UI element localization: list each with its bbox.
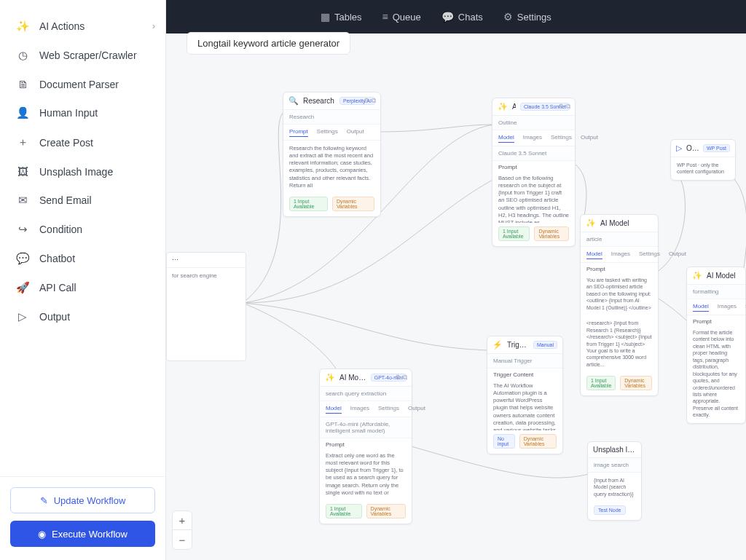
tab-model[interactable]: Model: [498, 134, 514, 143]
condition-icon: ↪: [16, 223, 29, 236]
connection-wires: [166, 33, 746, 560]
tab-tables[interactable]: ▦ Tables: [321, 11, 362, 23]
node-prompt-text[interactable]: You are tasked with writing an SEO-optim…: [581, 272, 658, 315]
node-tabs[interactable]: Model Images Settings Output: [320, 401, 412, 417]
sparkle-icon: ✨: [325, 373, 335, 382]
node-header[interactable]: Unsplash Image: [588, 442, 641, 458]
output-icon: ▷: [16, 310, 29, 323]
node-tabs[interactable]: Model Images Settings Output: [492, 130, 575, 146]
node-outline[interactable]: ✨ AI Model Claude 3.5 Sonnet ⚙ ⧉ Outline…: [492, 98, 576, 247]
sparkle-icon: ✨: [498, 102, 508, 111]
ai-actions-icon: ✨: [16, 20, 29, 33]
node-header[interactable]: ▷ Output WP Post: [671, 140, 735, 157]
sidebar-item-chatbot[interactable]: 💬 Chatbot: [0, 244, 165, 273]
tab-queue[interactable]: ≡ Queue: [382, 11, 421, 23]
settings-icon: ⚙: [503, 11, 513, 23]
node-prompt-text[interactable]: Based on the following research on the s…: [492, 170, 575, 223]
node-research[interactable]: 🔍 Research Perplexity AI ⚙ ⧉ Research Pr…: [283, 92, 381, 217]
tab-images[interactable]: Images: [718, 303, 737, 312]
tab-settings[interactable]: ⚙ Settings: [503, 11, 551, 23]
node-formatter[interactable]: ✨ AI Model formatting Model Images Setti…: [686, 267, 746, 424]
sidebar-item-api-call[interactable]: 🚀 API Call: [0, 273, 165, 302]
dynamic-vars-chip[interactable]: Dynamic Variables: [620, 376, 652, 390]
tab-label: Tables: [334, 12, 362, 23]
zoom-in-button[interactable]: +: [173, 511, 192, 530]
tab-model[interactable]: Model: [586, 251, 602, 259]
input-chip: 1 Input Available: [586, 376, 616, 390]
tab-settings[interactable]: Settings: [317, 128, 338, 137]
tab-prompt[interactable]: Prompt: [289, 128, 308, 137]
update-workflow-button[interactable]: ✎ Update Workflow: [10, 487, 155, 513]
test-node-button[interactable]: Test Node: [594, 505, 626, 515]
zoom-out-button[interactable]: −: [173, 530, 192, 549]
tab-output[interactable]: Output: [347, 128, 364, 137]
node-subtitle: Outline: [492, 116, 575, 130]
dynamic-vars-chip[interactable]: Dynamic Variables: [366, 504, 406, 518]
sidebar-item-parser[interactable]: 🗎 Document Parser: [0, 70, 165, 98]
tab-chats[interactable]: 💬 Chats: [441, 11, 483, 23]
tab-settings[interactable]: Settings: [551, 134, 572, 143]
execute-workflow-button[interactable]: ◉ Execute Workflow: [10, 521, 155, 547]
tab-output[interactable]: Output: [669, 251, 686, 259]
dynamic-vars-chip[interactable]: Dynamic Variables: [534, 226, 569, 241]
sidebar-item-condition[interactable]: ↪ Condition: [0, 215, 165, 244]
tab-model[interactable]: Model: [693, 303, 709, 312]
zoom-controls: + −: [172, 510, 192, 550]
node-article-writer[interactable]: ✨ AI Model article Model Images Settings…: [580, 214, 659, 396]
node-header[interactable]: ⚡ Trigger Manual: [487, 336, 562, 354]
node-tabs[interactable]: Model Images Settings Output: [687, 299, 745, 315]
input-chip: 1 Input Available: [498, 226, 530, 241]
workflow-title-pill[interactable]: Longtail keyword article generator: [186, 32, 350, 55]
sidebar-item-create-post[interactable]: ＋ Create Post: [0, 127, 165, 157]
sidebar-item-unsplash[interactable]: 🖼 Unsplash Image: [0, 157, 165, 186]
sidebar-item-human[interactable]: 👤 Human Input: [0, 98, 165, 127]
tool-sidebar: ✨ AI Actions › ◷ Web Scraper/Crawler 🗎 D…: [0, 0, 166, 560]
tab-images[interactable]: Images: [611, 251, 630, 259]
node-prompt-extra[interactable]: <research> {Input from Research 1 (Resea…: [581, 315, 658, 372]
node-body: WP Post · only the content configuration: [671, 157, 735, 180]
sidebar-item-label: Unsplash Image: [39, 166, 113, 178]
node-extract-query[interactable]: ✨ AI Model GPT-4o-mini ⚙ ⧉ search query …: [319, 368, 412, 524]
node-prompt-text[interactable]: The AI Workflow Automation plugin is a p…: [487, 378, 562, 430]
node-tabs[interactable]: Model Images Settings Output: [581, 247, 658, 263]
tab-model[interactable]: Model: [326, 405, 342, 414]
node-title: AI Model: [512, 103, 516, 111]
node-actions[interactable]: ⚙ ⧉: [395, 374, 407, 382]
search-icon: 🔍: [288, 96, 299, 106]
tab-images[interactable]: Images: [350, 405, 369, 414]
node-header: ⋯: [167, 253, 246, 268]
node-unsplash[interactable]: Unsplash Image image search {Input from …: [587, 441, 642, 521]
tab-images[interactable]: Images: [523, 134, 542, 143]
workflow-canvas[interactable]: ⋯ for search engine 🔍 Research Perplexit…: [166, 33, 746, 560]
node-start[interactable]: ⋯ for search engine: [166, 252, 246, 361]
tab-settings[interactable]: Settings: [378, 405, 399, 414]
tab-settings[interactable]: Settings: [639, 251, 660, 259]
node-prompt-text[interactable]: Extract only one word as the most releva…: [320, 448, 412, 500]
node-subtitle: search query extraction: [320, 387, 412, 401]
sidebar-item-ai-actions[interactable]: ✨ AI Actions ›: [0, 12, 165, 41]
model-line[interactable]: Claude 3.5 Sonnet: [492, 146, 575, 161]
scraper-icon: ◷: [16, 49, 29, 62]
model-line[interactable]: GPT-4o-mini (Affordable, intelligent sma…: [320, 417, 412, 438]
tab-output[interactable]: Output: [581, 134, 598, 143]
node-trigger[interactable]: ⚡ Trigger Manual Manual Trigger Trigger …: [487, 336, 563, 454]
node-output-small[interactable]: ▷ Output WP Post WP Post · only the cont…: [670, 139, 736, 181]
node-header[interactable]: ✨ AI Model: [581, 215, 658, 232]
node-header[interactable]: ✨ AI Model: [687, 267, 745, 285]
node-prompt-text[interactable]: Research the following keyword and extra…: [283, 141, 380, 193]
tab-output[interactable]: Output: [408, 405, 425, 414]
sidebar-item-scraper[interactable]: ◷ Web Scraper/Crawler: [0, 41, 165, 70]
section-label: Prompt: [320, 438, 412, 448]
sidebar-item-output[interactable]: ▷ Output: [0, 302, 165, 331]
sidebar-item-send-email[interactable]: ✉ Send Email: [0, 186, 165, 215]
dynamic-vars-chip[interactable]: Dynamic Variables: [332, 197, 374, 211]
dynamic-vars-chip[interactable]: Dynamic Variables: [519, 434, 557, 449]
node-prompt-text[interactable]: Format the article content below into cl…: [687, 325, 745, 423]
node-actions[interactable]: ⚙ ⧉: [558, 103, 570, 111]
node-tabs[interactable]: Prompt Settings Output: [283, 125, 380, 141]
node-actions[interactable]: ⚙ ⧉: [364, 97, 376, 105]
post-icon: ＋: [16, 135, 29, 149]
tables-icon: ▦: [321, 11, 330, 23]
input-chip: No input: [493, 434, 515, 449]
section-label: Prompt: [581, 263, 658, 272]
